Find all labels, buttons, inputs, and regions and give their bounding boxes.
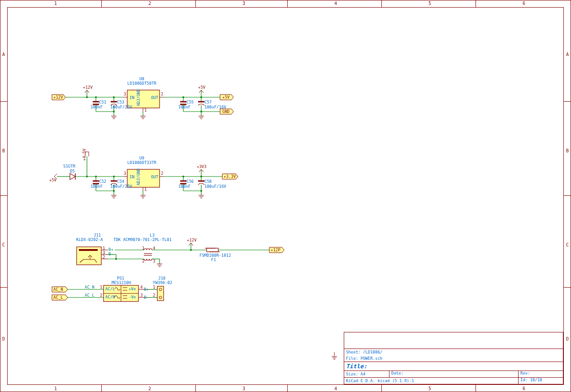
j10-ref: J10 xyxy=(158,276,165,280)
ps1-bminus: B- xyxy=(144,295,149,300)
ps1-val: MES1210H xyxy=(112,280,131,285)
j11-p2: 2 xyxy=(103,255,105,259)
u9-n3: 3 xyxy=(124,171,126,176)
c58-ref: C58 xyxy=(204,179,212,184)
c52-ref: C52 xyxy=(99,179,106,184)
svg-point-81 xyxy=(182,176,184,177)
ps1-bplus: B+ xyxy=(144,287,149,292)
svg-point-15 xyxy=(113,96,115,98)
ps1-p1: 1 xyxy=(100,285,102,289)
c51-ref: C51 xyxy=(99,100,106,104)
svg-point-101 xyxy=(115,258,117,260)
pwr-12v-b: +12V xyxy=(187,238,197,242)
u9-in: IN xyxy=(130,175,134,179)
c51 xyxy=(93,102,99,104)
ps1-acl: AC/L xyxy=(105,287,115,291)
ps1-acn: AC/N xyxy=(105,295,115,299)
c56-ref: C56 xyxy=(186,179,194,184)
tb-prog: KiCad E.D.A. kicad (5.1.9)-1 xyxy=(346,379,414,383)
j10-p2: 2 xyxy=(153,293,155,297)
c53-ref: C53 xyxy=(117,100,124,104)
c55-val: 100nF xyxy=(178,105,190,109)
l3-p3: 3 xyxy=(153,259,155,263)
svg-point-33 xyxy=(182,96,184,98)
u9-adj: ADJ/GND xyxy=(136,168,141,185)
u8-out: OUT xyxy=(151,95,159,100)
u8-n1: 1 xyxy=(144,108,147,112)
f1-val: FSMD200R-1812 xyxy=(199,253,231,258)
pwrflag-gnd: GND xyxy=(222,109,229,114)
svg-point-54 xyxy=(86,176,88,177)
j10-val: YW396-02 xyxy=(153,280,172,285)
pwr-5v-in: +5V xyxy=(49,178,57,182)
tb-title: Title: xyxy=(346,363,367,370)
ps1-vp: +Vo xyxy=(129,287,136,291)
pwrflag-acl: AC_L xyxy=(53,295,63,300)
tb-size: Size: A4 xyxy=(346,372,365,376)
tb-rev: Rev: xyxy=(520,371,530,375)
section-input: J11 KLDX-0202-A 1 3 2 B+ B- L3 TDK ACM90… xyxy=(76,233,284,267)
svg-point-63 xyxy=(113,176,115,177)
u9-out: OUT xyxy=(151,175,159,179)
net-acl: AC_L xyxy=(85,293,95,297)
c55-ref: C55 xyxy=(186,100,194,104)
u9-ref: U9 xyxy=(139,156,144,160)
u9-val: LD1086DT33TR xyxy=(127,160,157,165)
tb-id: Id: 18/18 xyxy=(520,378,542,382)
l3-p1: 1 xyxy=(142,246,144,250)
titleblock: Sheet: /LD1086/ File: POWER.sch Title: S… xyxy=(344,332,563,384)
svg-rect-112 xyxy=(207,248,218,252)
schematic-sheet: 1 2 3 4 5 6 1 2 3 4 5 6 A B C D A B C D … xyxy=(0,0,571,392)
pwrflag-5v-out: +5V xyxy=(222,95,230,99)
ps1-p3: 3 xyxy=(140,293,143,297)
pwrflag-12v-in-txt: +12V xyxy=(53,95,63,99)
j11-bminus: B- xyxy=(108,252,113,256)
d5-ref: D5 xyxy=(70,169,75,173)
svg-point-111 xyxy=(190,249,192,251)
l3-val: TDK ACM9070-701-2PL-TL01 xyxy=(113,237,172,242)
pwrflag-12p: +12P xyxy=(271,248,281,252)
pwr-4-5v: +4.5V xyxy=(82,148,87,161)
svg-point-59 xyxy=(95,176,97,177)
svg-point-6 xyxy=(86,96,88,98)
u8-val: LD1086DT50TR xyxy=(127,81,157,86)
u8-ref: U8 xyxy=(139,77,144,81)
c52-val: 100nF xyxy=(91,184,103,189)
svg-point-11 xyxy=(95,96,97,98)
c58-val: 100uF/16V xyxy=(204,184,226,189)
tb-date: Date: xyxy=(391,371,403,375)
ps1-vm: -Vo xyxy=(129,295,136,299)
pwr-3v3: +3V3 xyxy=(197,164,207,169)
j10-body xyxy=(157,286,164,301)
c54-ref: C54 xyxy=(117,179,124,184)
c56-val: 100nF xyxy=(178,184,190,189)
l3-body xyxy=(144,249,152,260)
tb-file: File: POWER.sch xyxy=(346,356,382,361)
u8-in: IN xyxy=(130,95,134,100)
ps1-p4: 4 xyxy=(140,285,143,289)
c54-val: 100uF/25V xyxy=(110,184,132,189)
pwr-12v: +12V xyxy=(83,85,93,90)
f1-ref: F1 xyxy=(211,258,216,262)
l3-ref: L3 xyxy=(150,233,155,237)
j11-val: KLDX-0202-A xyxy=(76,237,103,242)
pwrflag-3v3: +3.3V xyxy=(224,174,236,179)
u8-n3: 3 xyxy=(124,92,126,96)
c53-val: 100uF/25V xyxy=(110,105,132,109)
j11-p3: 3 xyxy=(103,250,105,255)
j10-p1: 1 xyxy=(153,285,155,289)
tb-sheet: Sheet: /LD1086/ xyxy=(346,350,382,354)
j11-ref: J11 xyxy=(94,233,101,237)
u9-n2: 2 xyxy=(161,171,163,176)
c57-ref: C57 xyxy=(204,100,212,104)
net-acn: AC_N xyxy=(85,285,95,289)
section-ps1: AC_N AC_L AC_N AC_L 1 2 PS1 MES1210H AC/… xyxy=(52,276,172,302)
pwr-5v: +5V xyxy=(198,85,206,90)
l3-p2: 2 xyxy=(142,259,144,263)
svg-rect-92 xyxy=(79,249,98,251)
section-3v3-reg: U9 LD1086DT33TR IN OUT ADJ/GND 3 2 1 +5V… xyxy=(49,148,238,198)
ps1-ref: PS1 xyxy=(117,276,124,280)
c51-val: 100nF xyxy=(91,105,103,109)
j11-bplus: B+ xyxy=(108,247,113,252)
section-5v-reg: U8 LD1086DT50TR IN OUT ADJ/GND 3 2 1 +12… xyxy=(52,77,234,119)
